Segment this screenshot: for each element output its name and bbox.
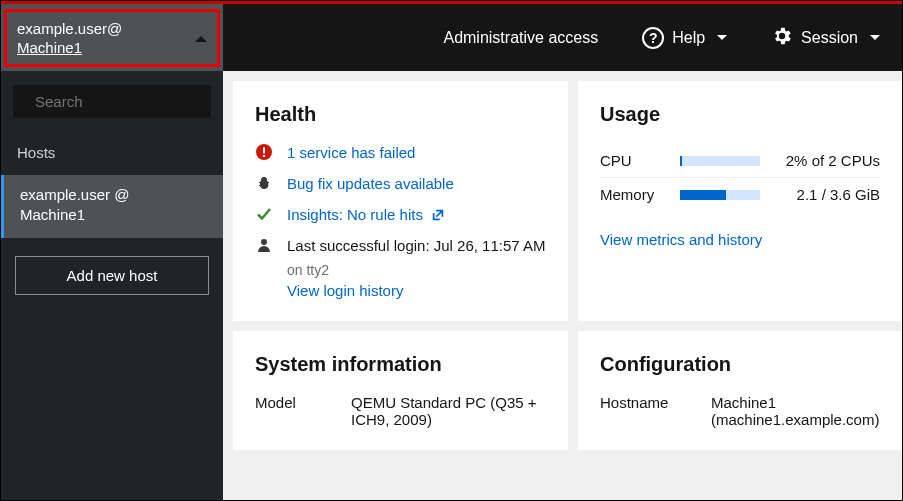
host-switcher-button[interactable]: example.user@ Machine1: [1, 4, 223, 71]
svg-point-3: [261, 239, 267, 245]
config-title: Configuration: [600, 353, 880, 376]
memory-bar: [680, 190, 760, 200]
cpu-bar: [680, 156, 760, 166]
top-bar: example.user@ Machine1 Administrative ac…: [1, 4, 902, 71]
chevron-down-icon: [717, 35, 727, 40]
administrative-access-button[interactable]: Administrative access: [421, 4, 620, 71]
usage-row-cpu: CPU 2% of 2 CPUs: [600, 144, 880, 178]
host-machine-label: Machine1: [20, 205, 207, 225]
view-metrics-link[interactable]: View metrics and history: [600, 231, 762, 248]
external-link-icon: [431, 208, 445, 222]
help-menu-button[interactable]: ? Help: [620, 4, 749, 71]
model-key: Model: [255, 394, 335, 428]
sidebar: Hosts example.user @ Machine1 Add new ho…: [1, 71, 223, 500]
help-icon: ?: [642, 27, 664, 49]
cpu-value: 2% of 2 CPUs: [786, 152, 880, 169]
svg-rect-2: [263, 155, 265, 157]
sysinfo-title: System information: [255, 353, 546, 376]
hosts-section-label: Hosts: [1, 134, 223, 171]
check-icon: [255, 206, 273, 222]
gear-icon: [771, 25, 793, 51]
sidebar-host-item[interactable]: example.user @ Machine1: [1, 175, 223, 238]
health-title: Health: [255, 103, 546, 126]
bug-icon: [255, 175, 273, 191]
search-input[interactable]: [35, 93, 225, 110]
system-information-card: System information Model QEMU Standard P…: [233, 331, 568, 450]
search-field[interactable]: [13, 85, 211, 118]
hostname-key: Hostname: [600, 394, 695, 428]
login-history-link[interactable]: View login history: [287, 282, 545, 299]
hostname-value: Machine1 (machine1.example.com): [711, 394, 880, 428]
model-value: QEMU Standard PC (Q35 + ICH9, 2009): [351, 394, 546, 428]
caret-up-icon: [195, 36, 207, 42]
current-user-label: example.user@: [17, 20, 187, 39]
svg-rect-1: [263, 148, 265, 154]
usage-row-memory: Memory 2.1 / 3.6 GiB: [600, 178, 880, 211]
health-card: Health 1 service has failed: [233, 81, 568, 321]
admin-access-label: Administrative access: [443, 29, 598, 47]
host-user-label: example.user @: [20, 185, 207, 205]
user-icon: [255, 237, 273, 253]
usage-title: Usage: [600, 103, 880, 126]
bug-updates-link[interactable]: Bug fix updates available: [287, 175, 454, 192]
main-content: Health 1 service has failed: [223, 71, 902, 500]
chevron-down-icon: [870, 35, 880, 40]
configuration-card: Configuration Hostname Machine1 (machine…: [578, 331, 902, 450]
current-machine-label: Machine1: [17, 39, 82, 58]
memory-label: Memory: [600, 186, 670, 203]
session-label: Session: [801, 29, 858, 47]
service-failed-link[interactable]: 1 service has failed: [287, 144, 415, 161]
insights-link[interactable]: Insights: No rule hits: [287, 206, 445, 223]
tty-text: on tty2: [287, 262, 545, 278]
memory-value: 2.1 / 3.6 GiB: [797, 186, 880, 203]
usage-card: Usage CPU 2% of 2 CPUs Memory 2.1 / 3.6 …: [578, 81, 902, 321]
cpu-label: CPU: [600, 152, 670, 169]
session-menu-button[interactable]: Session: [749, 4, 902, 71]
help-label: Help: [672, 29, 705, 47]
insights-label: Insights: No rule hits: [287, 206, 423, 223]
error-icon: [255, 144, 273, 160]
last-login-text: Last successful login: Jul 26, 11:57 AM: [287, 237, 545, 254]
add-host-button[interactable]: Add new host: [15, 256, 209, 295]
